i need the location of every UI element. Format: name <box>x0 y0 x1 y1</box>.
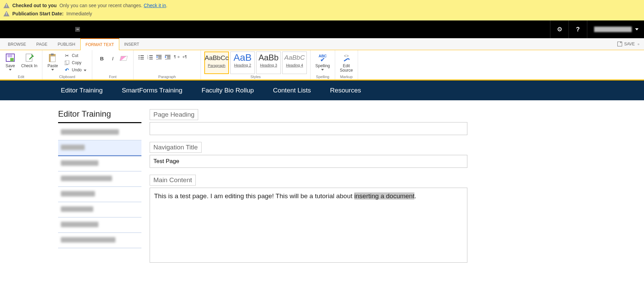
paste-button[interactable]: Paste <box>45 52 60 72</box>
chevron-down-icon <box>321 69 324 71</box>
sidebar-item[interactable] <box>58 187 141 202</box>
sidebar-item-label <box>61 129 119 135</box>
sidebar-item[interactable] <box>58 141 141 156</box>
style-heading-4[interactable]: AaBbCHeading 4 <box>282 52 307 74</box>
content-text-selected: inserting a document <box>354 192 414 200</box>
page-heading-label: Page Heading <box>150 109 198 120</box>
ribbon-tab-publish[interactable]: PUBLISH <box>53 38 80 50</box>
nav-item-smartforms-training[interactable]: SmartForms Training <box>119 81 185 100</box>
undo-button[interactable]: ↶ Undo <box>63 67 88 73</box>
main-content-editor[interactable]: This is a test page. I am editing this p… <box>150 188 467 263</box>
svg-rect-16 <box>149 55 153 56</box>
save-page-button[interactable]: SAVE <box>617 42 635 46</box>
clear-formatting-button[interactable] <box>119 54 128 62</box>
edit-source-button[interactable]: <> Edit Source <box>338 52 355 74</box>
scissors-icon: ✂ <box>64 53 70 58</box>
svg-rect-8 <box>66 60 69 64</box>
bullets-icon <box>138 55 144 59</box>
svg-rect-2 <box>10 58 14 61</box>
sidebar-item[interactable] <box>58 125 141 141</box>
collapse-ribbon-button[interactable]: ▫ <box>638 41 639 47</box>
ribbon-group-styles: AaBbCcParagraphAaBHeading 2AaBbHeading 3… <box>201 50 311 79</box>
svg-rect-18 <box>149 57 153 58</box>
ribbon-tab-format-text[interactable]: FORMAT TEXT <box>80 38 119 50</box>
notification-bar: Checked out to you Only you can see your… <box>0 0 644 20</box>
svg-rect-21 <box>156 55 162 56</box>
help-button[interactable]: ? <box>568 20 587 38</box>
rtl-icon: ¶ <box>183 55 188 59</box>
checkout-status-label: Checked out to you <box>12 3 57 8</box>
cut-button[interactable]: ✂ Cut <box>63 52 88 59</box>
sidebar-item[interactable] <box>58 156 141 172</box>
ellipsis-icon[interactable]: ••• <box>75 27 80 32</box>
pub-start-value: Immediately <box>66 11 92 16</box>
ribbon-tab-page[interactable]: PAGE <box>31 38 52 50</box>
save-label: SAVE <box>624 42 635 46</box>
check-it-in-link[interactable]: Check it in <box>144 3 166 8</box>
sidebar-item[interactable] <box>58 233 141 248</box>
svg-point-9 <box>139 55 140 56</box>
outdent-icon <box>156 55 162 59</box>
ribbon-group-spelling: ABC ✔ Spelling Spelling <box>311 50 335 79</box>
svg-rect-25 <box>165 55 170 56</box>
help-icon: ? <box>576 26 580 33</box>
svg-rect-12 <box>140 57 144 58</box>
svg-rect-23 <box>158 58 162 58</box>
numbers-icon: 123 <box>147 55 153 59</box>
spelling-button[interactable]: ABC ✔ Spelling <box>313 52 332 72</box>
svg-rect-27 <box>167 58 170 58</box>
save-disk-icon <box>5 53 16 62</box>
copy-icon <box>64 60 70 65</box>
ribbon-tab-row: BROWSEPAGEPUBLISHFORMAT TEXTINSERT SAVE … <box>0 38 644 50</box>
clipboard-icon <box>47 53 58 62</box>
main-editor: Page Heading Navigation Title Main Conte… <box>150 100 467 263</box>
checkout-subtext: Only you can see your recent changes. <box>59 3 142 8</box>
settings-button[interactable]: ⚙ <box>550 20 568 38</box>
nav-item-content-lists[interactable]: Content Lists <box>270 81 314 100</box>
check-in-button[interactable]: Check In <box>19 52 39 70</box>
numbered-list-button[interactable]: 123 <box>146 54 154 60</box>
sidebar-item-label <box>61 237 115 243</box>
content-text-post: . <box>414 192 416 200</box>
style-heading-2[interactable]: AaBHeading 2 <box>230 52 255 74</box>
sidebar-item[interactable] <box>58 218 141 233</box>
sidebar-item[interactable] <box>58 202 141 218</box>
check-in-icon <box>24 53 35 62</box>
warning-icon <box>3 3 10 8</box>
nav-item-editor-training[interactable]: Editor Training <box>58 81 106 100</box>
user-menu[interactable] <box>587 20 644 38</box>
indent-icon <box>165 55 170 59</box>
ribbon-group-markup: <> Edit Source Markup <box>335 50 358 79</box>
style-heading-3[interactable]: AaBbHeading 3 <box>256 52 281 74</box>
copy-button[interactable]: Copy <box>63 59 88 66</box>
site-navigation: Editor TrainingSmartForms TrainingFacult… <box>0 81 644 100</box>
ribbon-tab-browse[interactable]: BROWSE <box>3 38 31 50</box>
rtl-button[interactable]: ¶ <box>181 54 190 60</box>
pub-start-label: Publication Start Date: <box>12 11 64 16</box>
ribbon-toolbar: Save Check In Edit Paste <box>0 50 644 81</box>
chevron-down-icon <box>9 69 12 71</box>
save-button[interactable]: Save <box>3 52 18 72</box>
svg-rect-5 <box>51 54 54 55</box>
svg-text:¶: ¶ <box>185 55 187 59</box>
indent-button[interactable] <box>164 54 172 60</box>
page-heading-input[interactable] <box>150 122 467 135</box>
navigation-title-input[interactable] <box>150 155 467 168</box>
nav-item-resources[interactable]: Resources <box>327 81 364 100</box>
ltr-button[interactable]: ¶ <box>173 54 181 60</box>
spellcheck-icon: ABC ✔ <box>317 53 328 62</box>
svg-text:3: 3 <box>147 58 148 59</box>
chevron-down-icon <box>51 69 54 71</box>
ribbon-tab-insert[interactable]: INSERT <box>119 38 145 50</box>
sidebar-item[interactable] <box>58 172 141 187</box>
app-header: ••• ⚙ ? <box>0 20 644 38</box>
style-paragraph[interactable]: AaBbCcParagraph <box>204 52 229 74</box>
outdent-button[interactable] <box>155 54 163 60</box>
bold-button[interactable]: B <box>97 54 107 62</box>
italic-button[interactable]: I <box>108 54 118 62</box>
gear-icon: ⚙ <box>557 26 562 33</box>
svg-rect-1 <box>8 55 12 57</box>
nav-item-faculty-bio-rollup[interactable]: Faculty Bio Rollup <box>199 81 257 100</box>
ribbon-group-paragraph: 123 ¶ ¶ Paragraph <box>134 50 201 79</box>
bullet-list-button[interactable] <box>137 54 145 60</box>
